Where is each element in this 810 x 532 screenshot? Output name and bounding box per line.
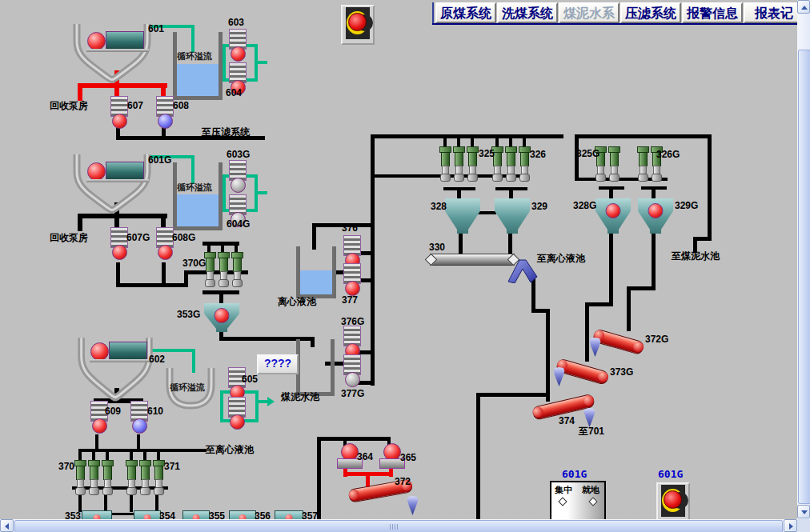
label-t329g: 329G [675,201,698,211]
tab-alarm-info[interactable]: 报警信息 [682,2,743,23]
discharge-cone [589,338,601,357]
label-t601: 601 [148,24,164,34]
status-lamp [158,245,173,260]
horizontal-scroll-thumb[interactable] [14,520,783,532]
vertical-scrollbar[interactable] [797,0,810,519]
valve[interactable] [439,146,451,182]
vertical-scroll-thumb[interactable] [798,50,810,504]
label-t609: 609 [105,406,121,417]
label-t326g: 326G [656,150,680,160]
label-t370: 370 [58,462,74,472]
pump-608g[interactable] [156,227,174,260]
pump-605b[interactable] [228,397,246,430]
label-toFilter: 至压滤系统 [202,127,250,138]
tank-circulating-1 [173,32,223,100]
valve-base [638,174,648,182]
pump-376g[interactable] [343,326,361,358]
emergency-stop-button-601g[interactable] [656,482,690,522]
selector-label-central: 集中 [555,484,572,496]
emergency-stop-button-top[interactable] [341,5,375,45]
pump-602[interactable] [90,339,152,363]
scroll-right-button[interactable] [784,519,797,532]
status-lamp [87,32,106,50]
horizontal-scrollbar[interactable] [0,519,797,532]
label-g1: 601G [562,469,587,480]
valve[interactable] [467,146,479,182]
vessel-353g[interactable] [204,303,239,332]
label-t326: 326 [530,150,546,160]
selector-indicator-central [558,497,567,506]
valve-base [140,487,150,495]
pump-607g[interactable] [110,227,128,260]
valve[interactable] [608,146,620,182]
label-t364: 364 [357,452,373,462]
scroll-up-button[interactable] [797,0,810,14]
valve-base [102,487,113,495]
valve[interactable] [519,146,531,182]
valve[interactable] [637,146,649,182]
status-lamp [132,418,147,434]
pipe [627,286,656,290]
vessel-328g[interactable] [595,198,631,234]
pump-603g[interactable] [229,160,247,193]
valve-base [609,174,620,182]
valve[interactable] [218,252,230,287]
pump-601[interactable] [86,29,149,53]
selector-indicator-local [588,497,597,506]
vessel-329g[interactable] [638,198,673,234]
local-remote-selector-601g[interactable]: 集中 就地 [550,481,606,523]
pump-610[interactable] [130,401,148,434]
up-arrow-icon [801,6,808,10]
label-t353g: 353G [177,310,200,320]
label-t603: 603 [228,18,244,28]
scroll-left-button[interactable] [0,519,14,532]
valve[interactable] [453,146,465,182]
scroll-down-button[interactable] [797,505,810,518]
label-t608: 608 [173,101,189,111]
tab-press-filter[interactable]: 压滤系统 [620,2,681,23]
valve[interactable] [505,146,517,182]
label-t372g: 372G [645,334,668,345]
label-tank2: 循环溢流 [177,182,212,192]
pump-603[interactable] [229,29,247,62]
conveyor-330[interactable] [430,254,515,266]
vessel-328[interactable] [445,198,480,234]
pipe [575,134,711,138]
conveyor-end-icon [425,254,438,266]
valve[interactable] [126,460,138,495]
undefined-value-box[interactable]: ???? [257,354,299,374]
tab-report[interactable]: 报表记 [744,2,804,23]
valve[interactable] [102,460,114,495]
tab-slime-water[interactable]: 煤泥水系 [559,2,620,23]
pipe [223,174,226,212]
pipe [256,191,267,194]
tab-raw-coal[interactable]: 原煤系统 [435,2,496,23]
pump-607[interactable] [110,96,128,129]
pump-601g[interactable] [86,159,149,183]
tab-coal-washing[interactable]: 洗煤系统 [497,2,558,23]
valve-base [89,487,99,495]
pipe [708,134,712,240]
valve-base [467,174,478,182]
valve[interactable] [139,460,151,495]
valve-body [455,152,463,166]
pump-platform [90,359,152,362]
pipe [371,134,375,386]
vessel-329[interactable] [495,198,530,234]
label-centTank: 离心液池 [278,297,316,307]
valve[interactable] [231,252,243,287]
valve[interactable] [88,460,100,495]
valve-body [76,466,85,480]
pump-377[interactable] [343,263,361,296]
nav-tab-bar: 原煤系统 洗煤系统 煤泥水系 压滤系统 报警信息 报表记 [432,2,434,25]
valve[interactable] [153,460,165,495]
valve[interactable] [204,252,216,287]
pipe [652,232,656,288]
label-t604: 604 [226,88,242,98]
pump-608[interactable] [156,96,174,129]
label-t371: 371 [164,462,180,472]
valve[interactable] [74,460,86,495]
pump-377g[interactable] [343,354,361,387]
estop-red-mushroom [664,490,682,509]
label-tank1: 循环溢流 [177,51,212,61]
